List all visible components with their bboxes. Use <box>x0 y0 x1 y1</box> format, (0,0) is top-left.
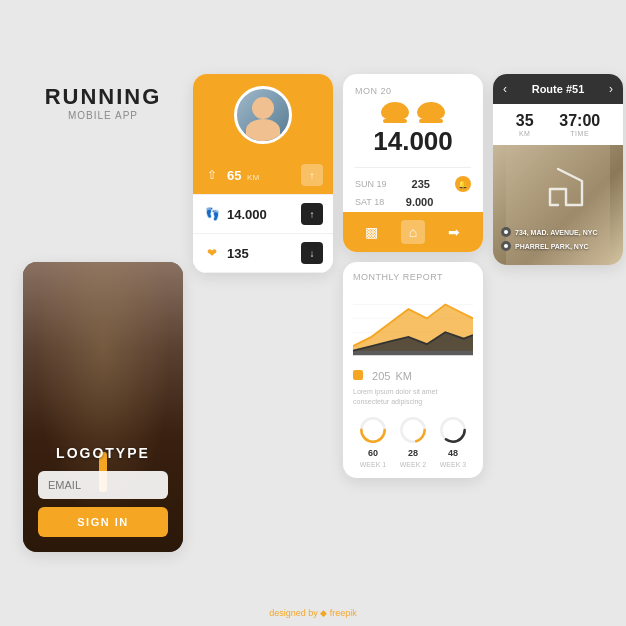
week-3-circle: 48 WEEK 3 <box>438 415 468 468</box>
stat-heart-value: 135 <box>227 246 301 261</box>
week-3-label: WEEK 3 <box>440 461 466 468</box>
chevron-up-icon: ⇧ <box>203 166 221 184</box>
stat-row-heart: ❤ 135 ↓ <box>193 234 333 273</box>
app-subtitle: MOBILE APP <box>23 110 183 121</box>
title-area: RUNNING MOBILE APP <box>23 74 183 121</box>
steps-divider <box>355 167 471 168</box>
route-header: ‹ Route #51 › <box>493 74 623 104</box>
waypoint-1-dot <box>501 227 511 237</box>
steps-nav: ▩ ⌂ ➡ <box>343 212 483 252</box>
footer-brand: freepik <box>330 608 357 618</box>
route-time-value: 37:00 <box>559 112 600 130</box>
route-stat-time: 37:00 TIME <box>559 112 600 137</box>
route-prev-button[interactable]: ‹ <box>503 82 507 96</box>
monthly-chart <box>353 288 473 358</box>
stat-km-arrow[interactable]: ↑ <box>301 164 323 186</box>
home-icon[interactable]: ⌂ <box>401 220 425 244</box>
profile-top <box>193 74 333 156</box>
signin-button[interactable]: SIGN IN <box>38 507 168 537</box>
steps-date: MON 20 <box>355 86 471 96</box>
waypoint-1: 734, MAD. AVENUE, NYC <box>501 227 615 237</box>
route-card: ‹ Route #51 › 35 KM 37:00 TIME <box>493 74 623 265</box>
week-2-label: WEEK 2 <box>400 461 426 468</box>
route-next-button[interactable]: › <box>609 82 613 96</box>
avatar <box>234 86 292 144</box>
monthly-desc: Lorem ipsum dolor sit ametconsectetur ad… <box>353 387 473 407</box>
week-3-value: 48 <box>448 448 458 458</box>
login-content: LOGOTYPE SIGN IN <box>23 262 183 552</box>
route-time-label: TIME <box>559 130 600 137</box>
route-title: Route #51 <box>532 83 585 95</box>
stat-steps-value: 14.000 <box>227 207 301 222</box>
week-1-label: WEEK 1 <box>360 461 386 468</box>
stat-heart-arrow[interactable]: ↓ <box>301 242 323 264</box>
week-1-value: 60 <box>368 448 378 458</box>
bar-chart-icon[interactable]: ▩ <box>360 220 384 244</box>
week-2-progress <box>398 415 428 445</box>
stat-row-km: ⇧ 65 KM ↑ <box>193 156 333 195</box>
monthly-km-value: 205 KM <box>353 364 412 385</box>
route-km-value: 35 <box>516 112 534 130</box>
steps-history-row-1: SUN 19 235 🔔 <box>355 176 471 192</box>
route-waypoints: 734, MAD. AVENUE, NYC PHARREL PARK, NYC <box>501 227 615 255</box>
waypoint-1-text: 734, MAD. AVENUE, NYC <box>515 229 597 236</box>
route-stat-km: 35 KM <box>516 112 534 137</box>
steps-main-value: 14.000 <box>355 126 471 157</box>
monthly-km-number: 205 <box>372 370 390 382</box>
chart-area <box>353 288 473 358</box>
heart-icon: ❤ <box>203 244 221 262</box>
steps-val-1: 235 <box>412 178 430 190</box>
footer-text: designed by <box>269 608 320 618</box>
steps-day-1: SUN 19 <box>355 179 387 189</box>
login-card: LOGOTYPE SIGN IN <box>23 262 183 552</box>
shoe-left-icon <box>381 102 409 120</box>
week-2-value: 28 <box>408 448 418 458</box>
footer: designed by ◆ freepik <box>269 608 357 618</box>
arrow-right-icon[interactable]: ➡ <box>442 220 466 244</box>
bell-icon[interactable]: 🔔 <box>455 176 471 192</box>
stat-steps-arrow[interactable]: ↑ <box>301 203 323 225</box>
weekly-circles: 60 WEEK 1 28 WEEK 2 48 WEEK 3 <box>353 415 473 468</box>
steps-day-2: SAT 18 <box>355 197 384 207</box>
waypoint-2-dot <box>501 241 511 251</box>
avatar-face <box>252 97 274 119</box>
stat-km-value: 65 KM <box>227 168 301 183</box>
route-stats: 35 KM 37:00 TIME <box>493 104 623 145</box>
steps-icons <box>355 102 471 120</box>
avatar-body <box>246 119 280 141</box>
stat-row-steps: 👣 14.000 ↑ <box>193 195 333 234</box>
email-input[interactable] <box>38 471 168 499</box>
week-3-progress <box>438 415 468 445</box>
week-2-circle: 28 WEEK 2 <box>398 415 428 468</box>
footprint-icon: 👣 <box>203 205 221 223</box>
waypoint-2-text: PHARREL PARK, NYC <box>515 243 589 250</box>
steps-card: MON 20 14.000 SUN 19 235 🔔 SAT 18 9.000 … <box>343 74 483 252</box>
logotype-text: LOGOTYPE <box>56 445 150 461</box>
steps-history-row-2: SAT 18 9.000 <box>355 196 471 208</box>
stat-km-unit: KM <box>247 173 259 182</box>
steps-val-2: 9.000 <box>406 196 434 208</box>
monthly-title: MONTHLY REPORT <box>353 272 473 282</box>
monthly-card: MONTHLY REPORT 205 KM Lo <box>343 262 483 478</box>
route-map: 734, MAD. AVENUE, NYC PHARREL PARK, NYC <box>493 145 623 265</box>
waypoint-2: PHARREL PARK, NYC <box>501 241 615 251</box>
app-title: RUNNING <box>23 84 183 110</box>
freepik-icon: ◆ <box>320 608 327 618</box>
route-km-label: KM <box>516 130 534 137</box>
shoe-right-icon <box>417 102 445 120</box>
profile-card: ⇧ 65 KM ↑ 👣 14.000 ↑ ❤ 135 ↓ <box>193 74 333 273</box>
monthly-km-unit: KM <box>395 370 412 382</box>
week-1-progress <box>358 415 388 445</box>
week-1-circle: 60 WEEK 1 <box>358 415 388 468</box>
